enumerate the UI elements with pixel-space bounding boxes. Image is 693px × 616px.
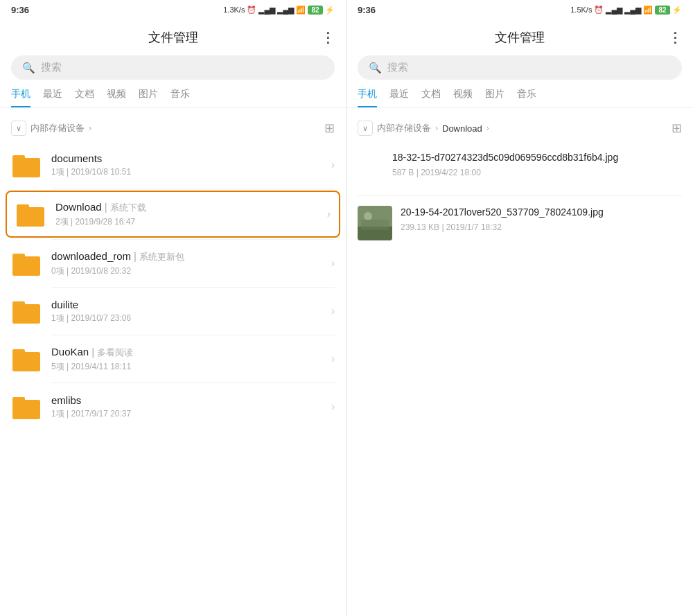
right-search-placeholder: 搜索 <box>387 61 408 74</box>
left-divider-1 <box>51 188 335 189</box>
right-breadcrumb-child[interactable]: Download <box>442 123 482 134</box>
left-breadcrumb-root[interactable]: 内部存储设备 <box>30 122 85 134</box>
left-search-placeholder: 搜索 <box>41 61 62 74</box>
right-no-thumb-1 <box>358 151 392 186</box>
right-breadcrumb-root[interactable]: 内部存储设备 <box>377 122 431 134</box>
right-breadcrumb: ∨ 内部存储设备 › Download › <box>358 121 489 136</box>
left-file-name-emlibs: emlibs <box>51 394 331 406</box>
left-file-name-documents: documents <box>51 152 331 164</box>
left-file-meta-emlibs: 1项 | 2017/9/17 20:37 <box>51 408 331 420</box>
left-tab-video[interactable]: 视频 <box>107 88 126 107</box>
left-folder-duilite[interactable]: duilite 1项 | 2019/10/7 23:06 › <box>0 288 346 335</box>
left-more-button[interactable]: ⋮ <box>321 29 335 46</box>
left-battery: 82 <box>308 6 323 15</box>
right-app-header: 文件管理 ⋮ <box>346 19 693 55</box>
left-clock-icon: ⏰ <box>247 6 256 15</box>
left-panel: 9:36 1.3K/s ⏰ ▂▄▆ ▂▄▆ 📶 82 ⚡ 文件管理 ⋮ 🔍 搜索… <box>0 0 346 616</box>
right-thumb-jpg2 <box>358 206 392 240</box>
left-file-info-duokan: DuoKan|多看阅读 5项 | 2019/4/11 18:11 <box>51 346 331 373</box>
left-status-bar: 9:36 1.3K/s ⏰ ▂▄▆ ▂▄▆ 📶 82 ⚡ <box>0 0 346 19</box>
left-folder-emlibs[interactable]: emlibs 1项 | 2017/9/17 20:37 › <box>0 383 346 430</box>
left-search-bar[interactable]: 🔍 搜索 <box>11 55 335 80</box>
right-file-name-jpg1: 18-32-15-d70274323d5c09d069596ccd8b31f6b… <box>392 151 682 165</box>
left-signal2-icon: ▂▄▆ <box>277 6 294 15</box>
left-file-info-download: Download|系统下载 2项 | 2019/9/28 16:47 <box>55 201 327 228</box>
left-file-meta-duokan: 5项 | 2019/4/11 18:11 <box>51 361 331 373</box>
right-more-button[interactable]: ⋮ <box>668 29 682 46</box>
right-panel: 9:36 1.5K/s ⏰ ▂▄▆ ▂▄▆ 📶 82 ⚡ 文件管理 ⋮ 🔍 搜索… <box>346 0 693 616</box>
right-file-info-jpg2: 20-19-54-2017lover520_537709_78024109.jp… <box>401 206 682 232</box>
left-chevron-duokan[interactable]: › <box>331 353 335 365</box>
left-breadcrumb-sep: › <box>89 123 91 133</box>
left-file-info-downloaded-rom: downloaded_rom|系统更新包 0项 | 2019/10/8 20:3… <box>51 250 331 277</box>
right-breadcrumb-sep2: › <box>486 123 489 133</box>
right-thumb-svg-jpg2 <box>358 206 392 240</box>
left-file-name-duokan: DuoKan|多看阅读 <box>51 346 331 359</box>
left-file-info-documents: documents 1项 | 2019/10/8 10:51 <box>51 152 331 178</box>
right-tab-recent[interactable]: 最近 <box>389 88 409 107</box>
right-file-meta-jpg2: 239.13 KB | 2019/1/7 18:32 <box>401 222 682 232</box>
right-status-bar: 9:36 1.5K/s ⏰ ▂▄▆ ▂▄▆ 📶 82 ⚡ <box>346 0 693 19</box>
left-chevron-downloaded-rom[interactable]: › <box>331 257 335 270</box>
right-breadcrumb-sep1: › <box>435 123 438 133</box>
right-app-title: 文件管理 <box>495 29 545 46</box>
left-network-speed: 1.3K/s <box>223 6 245 14</box>
left-chevron-documents[interactable]: › <box>331 159 335 171</box>
left-chevron-download[interactable]: › <box>327 208 331 220</box>
left-folder-documents[interactable]: documents 1项 | 2019/10/8 10:51 › <box>0 141 346 188</box>
right-grid-view-icon[interactable]: ⊞ <box>672 121 682 136</box>
left-file-meta-download: 2项 | 2019/9/28 16:47 <box>55 216 327 228</box>
left-folder-icon-duilite <box>11 296 42 326</box>
right-search-bar[interactable]: 🔍 搜索 <box>358 55 682 80</box>
left-tab-docs[interactable]: 文档 <box>75 88 94 107</box>
right-time: 9:36 <box>358 5 376 15</box>
left-folder-icon-documents <box>11 150 42 180</box>
left-folder-duokan[interactable]: DuoKan|多看阅读 5项 | 2019/4/11 18:11 › <box>0 335 346 382</box>
right-signal-icon: ▂▄▆ <box>606 6 622 15</box>
right-charging-icon: ⚡ <box>672 6 682 15</box>
left-file-name-downloaded-rom: downloaded_rom|系统更新包 <box>51 250 331 263</box>
left-folder-download[interactable]: Download|系统下载 2项 | 2019/9/28 16:47 › <box>6 191 340 238</box>
svg-rect-5 <box>17 207 44 227</box>
svg-rect-14 <box>12 352 40 371</box>
left-file-meta-duilite: 1项 | 2019/10/7 23:06 <box>51 313 331 324</box>
right-file-jpg1[interactable]: 18-32-15-d70274323d5c09d069596ccd8b31f6b… <box>346 141 693 195</box>
left-folder-icon-duokan <box>11 344 42 374</box>
left-tab-recent[interactable]: 最近 <box>43 88 62 107</box>
left-time: 9:36 <box>11 5 29 15</box>
left-tab-phone[interactable]: 手机 <box>11 88 30 107</box>
right-tab-music[interactable]: 音乐 <box>517 88 536 107</box>
svg-rect-17 <box>12 400 40 419</box>
left-file-name-download: Download|系统下载 <box>55 201 327 214</box>
right-tab-docs[interactable]: 文档 <box>421 88 441 107</box>
svg-point-19 <box>364 212 372 220</box>
left-tab-music[interactable]: 音乐 <box>170 88 190 107</box>
right-nav-tabs: 手机 最近 文档 视频 图片 音乐 <box>346 88 693 108</box>
left-file-meta-downloaded-rom: 0项 | 2019/10/8 20:32 <box>51 265 331 277</box>
left-chevron-duilite[interactable]: › <box>331 305 335 317</box>
right-tab-video[interactable]: 视频 <box>453 88 473 107</box>
left-grid-view-icon[interactable]: ⊞ <box>324 121 335 136</box>
right-file-jpg2[interactable]: 20-19-54-2017lover520_537709_78024109.jp… <box>346 196 693 250</box>
right-tab-phone[interactable]: 手机 <box>358 88 377 107</box>
left-charging-icon: ⚡ <box>325 6 335 15</box>
right-battery: 82 <box>655 6 670 15</box>
left-signal-icon: ▂▄▆ <box>258 6 275 15</box>
left-tab-image[interactable]: 图片 <box>139 88 158 107</box>
right-file-list: 18-32-15-d70274323d5c09d069596ccd8b31f6b… <box>346 141 693 616</box>
right-status-right: 1.5K/s ⏰ ▂▄▆ ▂▄▆ 📶 82 ⚡ <box>570 6 682 15</box>
svg-rect-21 <box>361 220 389 230</box>
right-collapse-button[interactable]: ∨ <box>358 121 373 136</box>
right-tab-image[interactable]: 图片 <box>485 88 505 107</box>
left-folder-icon-download <box>15 199 46 229</box>
left-collapse-button[interactable]: ∨ <box>11 121 26 136</box>
left-file-list: documents 1项 | 2019/10/8 10:51 › Downloa… <box>0 141 346 616</box>
left-chevron-emlibs[interactable]: › <box>331 401 335 413</box>
left-folder-icon-emlibs <box>11 391 42 422</box>
svg-rect-11 <box>12 304 40 324</box>
left-folder-downloaded-rom[interactable]: downloaded_rom|系统更新包 0项 | 2019/10/8 20:3… <box>0 240 346 287</box>
right-file-name-jpg2: 20-19-54-2017lover520_537709_78024109.jp… <box>401 206 682 220</box>
right-clock-icon: ⏰ <box>594 6 604 15</box>
right-breadcrumb-row: ∨ 内部存储设备 › Download › ⊞ <box>346 114 693 141</box>
left-file-meta-documents: 1项 | 2019/10/8 10:51 <box>51 166 331 178</box>
